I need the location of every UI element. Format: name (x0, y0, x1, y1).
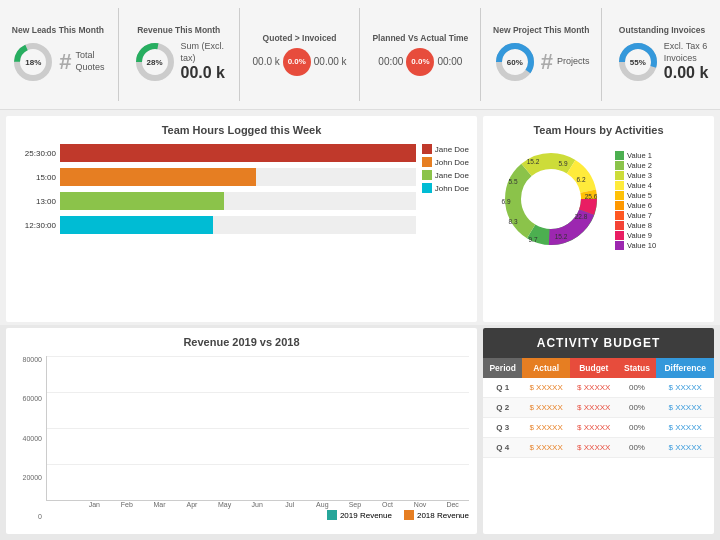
kpi-planned-title: Planned Vs Actual Time (372, 33, 468, 43)
budget-q4-status: 00% (618, 438, 657, 458)
team-hours-section: Team Hours Logged this Week 25:30:00 15:… (6, 116, 477, 322)
svg-text:5.5: 5.5 (508, 178, 517, 185)
kpi-new-leads: New Leads This Month 18% # TotalQuotes (4, 21, 112, 87)
kpi-planned-badge: 0.0% (406, 48, 434, 76)
svg-text:9.7: 9.7 (528, 236, 537, 243)
team-hours-title: Team Hours Logged this Week (14, 124, 469, 136)
budget-col-status: Status (618, 358, 657, 378)
revenue-y-axis: 80000 60000 40000 20000 0 (14, 356, 46, 520)
budget-table: Period Actual Budget Status Difference Q… (483, 358, 714, 458)
budget-q1-actual: $ XXXXX (522, 378, 570, 398)
legend-color-4 (422, 183, 432, 193)
revenue-legend: 2019 Revenue 2018 Revenue (46, 510, 469, 520)
budget-col-budget: Budget (570, 358, 618, 378)
hash-icon-2: # (541, 49, 553, 75)
budget-col-actual: Actual (522, 358, 570, 378)
budget-col-period: Period (483, 358, 522, 378)
budget-q2-diff: $ XXXXX (656, 398, 714, 418)
rev-legend-2018: 2018 Revenue (404, 510, 469, 520)
budget-q4-diff: $ XXXXX (656, 438, 714, 458)
budget-q3-budget: $ XXXXX (570, 418, 618, 438)
budget-q3-status: 00% (618, 418, 657, 438)
budget-q4-budget: $ XXXXX (570, 438, 618, 458)
kpi-new-project: New Project This Month 60% # Projects (487, 21, 595, 87)
team-hours-bars: 25:30:00 15:00 13: (14, 144, 416, 234)
bar-inner-4 (60, 216, 213, 234)
act-legend-6: Value 6 (615, 201, 656, 210)
budget-row-q1: Q 1 $ XXXXX $ XXXXX 00% $ XXXXX (483, 378, 714, 398)
kpi-planned-right: 00:00 (437, 56, 462, 67)
svg-text:25.6: 25.6 (585, 193, 598, 200)
bar-label-3: 13:00 (14, 197, 56, 206)
act-legend-4: Value 4 (615, 181, 656, 190)
activity-donut-title: Team Hours by Activities (491, 124, 706, 136)
budget-q2-status: 00% (618, 398, 657, 418)
budget-q1-period: Q 1 (483, 378, 522, 398)
budget-q2-period: Q 2 (483, 398, 522, 418)
budget-q3-actual: $ XXXXX (522, 418, 570, 438)
kpi-outstanding-donut: 55% (616, 40, 660, 84)
kpi-new-leads-donut: 18% (11, 40, 55, 84)
budget-col-diff: Difference (656, 358, 714, 378)
rev-legend-2018-label: 2018 Revenue (417, 511, 469, 520)
act-legend-3: Value 3 (615, 171, 656, 180)
legend-label-2: John Doe (435, 158, 469, 167)
kpi-revenue: Revenue This Month 28% Sum (Excl.tax) 00… (125, 21, 233, 87)
legend-color-3 (422, 170, 432, 180)
kpi-outstanding: Outstanding Invoices 55% Excl. Tax 6Invo… (608, 21, 716, 87)
bar-inner-1 (60, 144, 416, 162)
budget-q4-period: Q 4 (483, 438, 522, 458)
revenue-section: Revenue 2019 vs 2018 80000 60000 40000 2… (6, 328, 477, 534)
budget-q2-actual: $ XXXXX (522, 398, 570, 418)
kpi-new-project-text: Projects (557, 56, 590, 68)
kpi-revenue-label: Sum (Excl.tax) (181, 41, 225, 64)
budget-row-q4: Q 4 $ XXXXX $ XXXXX 00% $ XXXXX (483, 438, 714, 458)
kpi-revenue-value: 00.0 k (181, 64, 225, 82)
legend-item-4: John Doe (422, 183, 469, 193)
budget-q1-diff: $ XXXXX (656, 378, 714, 398)
kpi-row: New Leads This Month 18% # TotalQuotes R… (0, 0, 720, 110)
bar-row-4: 12:30:00 (14, 216, 416, 234)
hash-icon: # (59, 49, 71, 75)
act-legend-10: Value 10 (615, 241, 656, 250)
kpi-planned-left: 00:00 (378, 56, 403, 67)
legend-color-1 (422, 144, 432, 154)
kpi-quoted-right: 00.00 k (314, 56, 347, 67)
legend-label-4: John Doe (435, 184, 469, 193)
legend-item-2: John Doe (422, 157, 469, 167)
team-hours-legend: Jane Doe John Doe Jane Doe John Doe (422, 144, 469, 234)
bar-row-3: 13:00 (14, 192, 416, 210)
act-legend-2: Value 2 (615, 161, 656, 170)
budget-header-row: Period Actual Budget Status Difference (483, 358, 714, 378)
svg-text:15.2: 15.2 (527, 158, 540, 165)
bar-row-2: 15:00 (14, 168, 416, 186)
budget-row-q2: Q 2 $ XXXXX $ XXXXX 00% $ XXXXX (483, 398, 714, 418)
budget-q1-status: 00% (618, 378, 657, 398)
legend-item-1: Jane Doe (422, 144, 469, 154)
svg-text:8.3: 8.3 (508, 218, 517, 225)
rev-legend-2019: 2019 Revenue (327, 510, 392, 520)
kpi-new-project-donut: 60% (493, 40, 537, 84)
act-legend-9: Value 9 (615, 231, 656, 240)
act-legend-7: Value 7 (615, 211, 656, 220)
bar-label-4: 12:30:00 (14, 221, 56, 230)
activity-legend: Value 1 Value 2 Value 3 Value 4 Value 5 … (615, 151, 656, 250)
bar-outer-3 (60, 192, 416, 210)
kpi-revenue-title: Revenue This Month (137, 25, 220, 35)
middle-row: Team Hours Logged this Week 25:30:00 15:… (0, 110, 720, 325)
act-legend-5: Value 5 (615, 191, 656, 200)
revenue-title: Revenue 2019 vs 2018 (14, 336, 469, 348)
activity-donut-svg: 5.9 6.2 25.6 22.8 15.2 9.7 8.3 6.9 5.5 1… (491, 144, 611, 256)
kpi-revenue-donut: 28% (133, 40, 177, 84)
bar-row-1: 25:30:00 (14, 144, 416, 162)
kpi-new-leads-title: New Leads This Month (12, 25, 104, 35)
bottom-row: Revenue 2019 vs 2018 80000 60000 40000 2… (0, 325, 720, 540)
budget-q1-budget: $ XXXXX (570, 378, 618, 398)
kpi-new-project-title: New Project This Month (493, 25, 589, 35)
bar-outer-1 (60, 144, 416, 162)
legend-item-3: Jane Doe (422, 170, 469, 180)
svg-text:6.9: 6.9 (501, 198, 510, 205)
activity-donut-wrap: 5.9 6.2 25.6 22.8 15.2 9.7 8.3 6.9 5.5 1… (491, 144, 706, 256)
legend-color-2 (422, 157, 432, 167)
svg-text:5.9: 5.9 (558, 160, 567, 167)
